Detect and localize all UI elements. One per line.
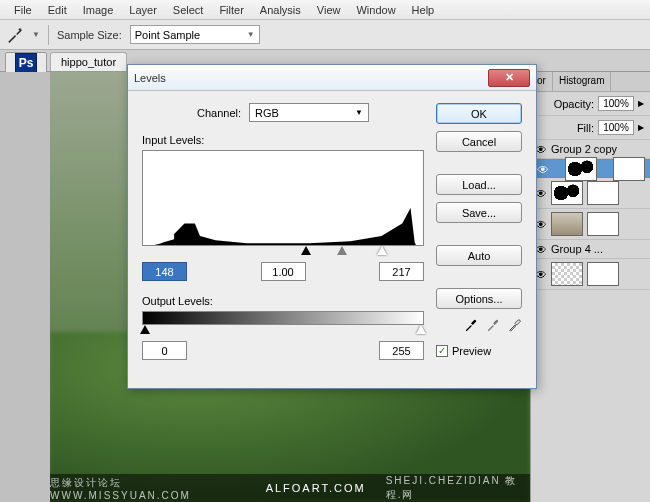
fill-label: Fill: — [577, 122, 594, 134]
white-point-handle[interactable] — [377, 246, 387, 255]
layer-thumb — [551, 212, 583, 236]
histogram — [142, 150, 424, 246]
document-tab[interactable]: hippo_tutor — [50, 52, 127, 71]
watermark-left: 思缘设计论坛 WWW.MISSYUAN.COM — [50, 476, 246, 501]
menu-select[interactable]: Select — [165, 2, 212, 18]
cancel-button[interactable]: Cancel — [436, 131, 522, 152]
panel-tab-histogram[interactable]: Histogram — [553, 72, 612, 91]
menu-filter[interactable]: Filter — [211, 2, 251, 18]
menu-layer[interactable]: Layer — [121, 2, 165, 18]
mid-point-handle[interactable] — [337, 246, 347, 255]
close-button[interactable]: ✕ — [488, 69, 530, 87]
input-white-field[interactable] — [379, 262, 424, 281]
visibility-icon[interactable]: 👁 — [537, 163, 549, 175]
gray-eyedropper-icon[interactable] — [486, 318, 500, 334]
white-eyedropper-icon[interactable] — [508, 318, 522, 334]
layer-mask-thumb — [613, 157, 645, 181]
layer-thumb — [551, 262, 583, 286]
ok-button[interactable]: OK — [436, 103, 522, 124]
load-button[interactable]: Load... — [436, 174, 522, 195]
options-button[interactable]: Options... — [436, 288, 522, 309]
dialog-titlebar[interactable]: Levels ✕ — [128, 65, 536, 91]
layer-item[interactable]: 👁 — [531, 209, 650, 240]
input-black-field[interactable] — [142, 262, 187, 281]
watermark-bar: 思缘设计论坛 WWW.MISSYUAN.COM ALFOART.COM SHEJ… — [50, 474, 530, 502]
menu-view[interactable]: View — [309, 2, 349, 18]
menu-window[interactable]: Window — [348, 2, 403, 18]
menu-analysis[interactable]: Analysis — [252, 2, 309, 18]
menu-file[interactable]: File — [6, 2, 40, 18]
opacity-label: Opacity: — [554, 98, 594, 110]
layer-label: Group 2 copy — [551, 143, 617, 155]
opacity-value[interactable]: 100% — [598, 96, 634, 111]
output-black-field[interactable] — [142, 341, 187, 360]
eyedropper-icon[interactable] — [6, 26, 24, 44]
output-white-field[interactable] — [379, 341, 424, 360]
layer-label: Group 4 ... — [551, 243, 603, 255]
layer-mask-thumb — [587, 262, 619, 286]
output-slider[interactable] — [142, 323, 424, 337]
dialog-title: Levels — [134, 72, 488, 84]
chevron-down-icon: ▼ — [247, 30, 255, 39]
watermark-center: ALFOART.COM — [266, 482, 366, 494]
menu-edit[interactable]: Edit — [40, 2, 75, 18]
chevron-down-icon: ▼ — [355, 108, 363, 117]
black-eyedropper-icon[interactable] — [464, 318, 478, 334]
channel-select[interactable]: RGB ▼ — [249, 103, 369, 122]
preview-checkbox[interactable]: ✓ — [436, 345, 448, 357]
panel-tabs: or Histogram — [531, 72, 650, 92]
save-button[interactable]: Save... — [436, 202, 522, 223]
layer-mask-thumb — [587, 181, 619, 205]
layer-item[interactable]: 👁 — [531, 159, 650, 178]
channel-value: RGB — [255, 107, 279, 119]
ps-logo: Ps — [15, 53, 37, 73]
menubar: File Edit Image Layer Select Filter Anal… — [0, 0, 650, 20]
layer-item[interactable]: 👁 Group 4 ... — [531, 240, 650, 259]
preview-label: Preview — [452, 345, 491, 357]
input-slider[interactable] — [142, 244, 424, 258]
sample-size-select[interactable]: Point Sample ▼ — [130, 25, 260, 44]
black-point-handle[interactable] — [301, 246, 311, 255]
app-badge: Ps — [5, 52, 47, 74]
menu-image[interactable]: Image — [75, 2, 122, 18]
layer-item[interactable]: 👁 — [531, 178, 650, 209]
menu-help[interactable]: Help — [404, 2, 443, 18]
chevron-right-icon[interactable]: ▶ — [638, 99, 644, 108]
channel-label: Channel: — [197, 107, 241, 119]
sample-size-value: Point Sample — [135, 29, 200, 41]
layer-mask-thumb — [587, 212, 619, 236]
levels-dialog: Levels ✕ Channel: RGB ▼ Input Levels: — [127, 64, 537, 389]
watermark-right: SHEJI.CHEZIDIAN 教程.网 — [386, 474, 530, 502]
layer-thumb — [551, 181, 583, 205]
output-levels-label: Output Levels: — [142, 295, 424, 307]
output-black-handle[interactable] — [140, 325, 150, 334]
close-icon: ✕ — [505, 71, 514, 84]
layer-thumb — [565, 157, 597, 181]
sample-size-label: Sample Size: — [57, 29, 122, 41]
output-white-handle[interactable] — [416, 325, 426, 334]
input-levels-label: Input Levels: — [142, 134, 424, 146]
layer-item[interactable]: 👁 — [531, 259, 650, 290]
auto-button[interactable]: Auto — [436, 245, 522, 266]
fill-value[interactable]: 100% — [598, 120, 634, 135]
panels: or Histogram Opacity: 100% ▶ Fill: 100% … — [530, 72, 650, 502]
input-mid-field[interactable] — [261, 262, 306, 281]
document-tab-label: hippo_tutor — [61, 56, 116, 68]
chevron-right-icon[interactable]: ▶ — [638, 123, 644, 132]
options-bar: ▼ Sample Size: Point Sample ▼ — [0, 20, 650, 50]
